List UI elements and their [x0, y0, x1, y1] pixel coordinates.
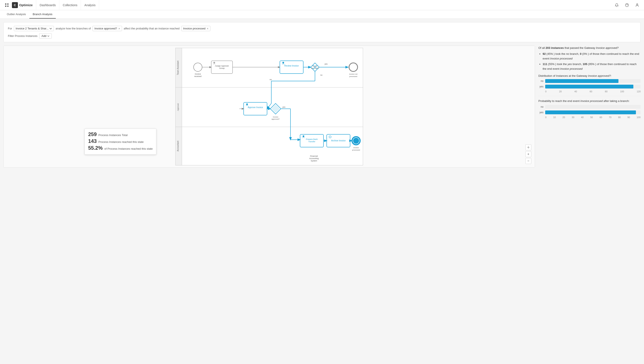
svg-text:Assign Approver: Assign Approver: [215, 65, 229, 67]
svg-rect-2: [5, 6, 6, 7]
analyze-label: analyze how the branches of: [56, 27, 91, 30]
logo-box: C: [12, 2, 18, 8]
svg-text:Team Assistant: Team Assistant: [177, 61, 179, 75]
user-menu[interactable]: [634, 2, 640, 9]
svg-text:Invoice: Invoice: [195, 73, 201, 75]
app-name: Optimize: [19, 3, 32, 7]
bpmn-container: Team Assistant Approver Accountant Invoi…: [4, 46, 535, 168]
bpmn-diagram: Team Assistant Approver Accountant Invoi…: [4, 46, 535, 167]
top-nav: C Optimize Dashboards Collections Analys…: [0, 0, 644, 10]
gateway-name: Invoice approved?: [596, 46, 618, 50]
svg-point-75: [528, 147, 529, 148]
zoom-out-button[interactable]: −: [526, 158, 531, 164]
prob-axis: 0 10 20 30 40 50 60 70 80 90 100: [538, 116, 640, 119]
svg-text:Accounting: Accounting: [309, 157, 319, 159]
process-select-value: Invoice 2 Tenants & Shar...: [16, 27, 48, 30]
b1-continue-pct: 0%: [583, 52, 587, 55]
tooltip-pct-row: 55.2% of Process Instances reached this …: [88, 145, 153, 151]
prob-bar-yes-track: [545, 110, 640, 114]
prob-bar-yes-fill: [545, 110, 636, 114]
intro-of-all: Of all: [538, 46, 545, 50]
svg-point-61: [302, 135, 304, 137]
svg-point-24: [214, 62, 215, 64]
nav-dashboards[interactable]: Dashboards: [36, 0, 60, 10]
b2-continue-pct: 95%: [589, 63, 594, 66]
dist-bar-no: no: [538, 79, 640, 83]
stats-bullet-1: 92 (45% ) took the no branch, 0 (0% ) of…: [543, 52, 640, 61]
svg-rect-3: [7, 6, 8, 7]
prob-bar-yes: yes: [538, 110, 640, 114]
svg-text:Review Invoice: Review Invoice: [284, 65, 299, 67]
help-button[interactable]: [624, 2, 630, 9]
svg-text:Financial: Financial: [310, 155, 318, 157]
center-button[interactable]: [526, 144, 531, 150]
divider: [538, 96, 640, 96]
zoom-in-button[interactable]: +: [526, 151, 531, 157]
tooltip-total-label: Process Instances Total: [98, 133, 128, 137]
svg-text:Approver: Approver: [177, 103, 179, 111]
notification-bell[interactable]: [613, 2, 620, 9]
distribution-chart: no yes 0 20 40 60: [538, 79, 640, 93]
svg-text:processed: processed: [350, 76, 357, 77]
tooltip-reached-number: 143: [88, 138, 97, 144]
nav-collections[interactable]: Collections: [60, 0, 81, 10]
b1-pct: 45%: [547, 52, 553, 55]
b1-count: 92: [543, 52, 546, 55]
tab-branch-analysis[interactable]: Branch Analysis: [30, 10, 56, 19]
svg-text:Prepare Bank: Prepare Bank: [306, 138, 318, 140]
svg-text:Invoice: Invoice: [353, 147, 359, 149]
add-filter-button[interactable]: Add: [39, 33, 52, 39]
b2-end: Invoice processed: [560, 67, 582, 70]
distribution-title: Distribution of Instances at the Gateway…: [538, 74, 640, 77]
logo-letter: C: [14, 4, 16, 7]
svg-text:processed: processed: [352, 149, 360, 151]
main-content: For Invoice 2 Tenants & Shar... analyze …: [0, 19, 644, 171]
filter-row: For Invoice 2 Tenants & Shar... analyze …: [8, 26, 636, 31]
tooltip-total-row: 259 Process Instances Total: [88, 131, 153, 137]
gateway-chip: Invoice approved? ×: [92, 26, 122, 31]
b2-pct: 55%: [549, 63, 554, 66]
total-instances: 203: [546, 46, 550, 50]
end-event-chip-close[interactable]: ×: [207, 27, 208, 30]
nav-analysis[interactable]: Analysis: [81, 0, 99, 10]
dist-axis: 0 20 40 60 80 100 120: [538, 90, 640, 93]
stats-intro-text: Of all 203 instances that passed the Gat…: [538, 46, 640, 71]
svg-point-28: [282, 62, 284, 64]
filter-instances-row: Filter Process Instances Add: [8, 33, 636, 39]
process-select[interactable]: Invoice 2 Tenants & Shar...: [14, 26, 54, 31]
bpmn-controls: + −: [526, 144, 531, 164]
b2-count: 111: [543, 63, 547, 66]
nav-links: Dashboards Collections Analysis: [36, 0, 99, 10]
bpmn-canvas[interactable]: Team Assistant Approver Accountant Invoi…: [4, 46, 535, 167]
end-event-chip-value: Invoice processed: [183, 27, 206, 30]
svg-point-41: [349, 63, 358, 71]
dist-bar-yes: yes: [538, 85, 640, 88]
filter-bar: For Invoice 2 Tenants & Shar... analyze …: [4, 22, 640, 42]
app-logo: C Optimize: [12, 2, 32, 8]
instances-label: instances: [551, 46, 564, 50]
svg-text:received: received: [194, 75, 202, 77]
svg-point-6: [636, 4, 638, 5]
affect-label: affect the probability that an instance …: [124, 27, 180, 30]
b2-continue-count: 105: [583, 63, 587, 66]
main-layout: Team Assistant Approver Accountant Invoi…: [4, 46, 640, 168]
tooltip-reached-label: Process Instances reached this state: [98, 140, 144, 143]
svg-point-68: [353, 137, 359, 144]
gateway-chip-value: Invoice approved?: [94, 27, 117, 30]
end-event-chip: Invoice processed ×: [181, 26, 210, 31]
gateway-text: that passed the Gateway: [564, 46, 595, 50]
svg-text:yes: yes: [282, 106, 286, 108]
tab-outlier-analysis[interactable]: Outlier Analysis: [4, 10, 30, 19]
dist-bar-no-track: [545, 79, 640, 83]
svg-text:System: System: [311, 160, 317, 162]
svg-text:no: no: [320, 74, 322, 76]
svg-text:Accountant: Accountant: [177, 141, 179, 151]
tooltip-pct-label: of Process Instances reached this state: [104, 147, 153, 150]
stats-bullets: 92 (45% ) took the no branch, 0 (0% ) of…: [538, 52, 640, 71]
filter-instances-label: Filter Process Instances: [8, 34, 38, 38]
grid-icon[interactable]: [4, 2, 10, 9]
dist-bar-no-fill: [545, 79, 618, 83]
dist-bar-yes-track: [545, 85, 640, 88]
gateway-chip-close[interactable]: ×: [118, 27, 120, 30]
b1-branch: no: [566, 52, 569, 55]
